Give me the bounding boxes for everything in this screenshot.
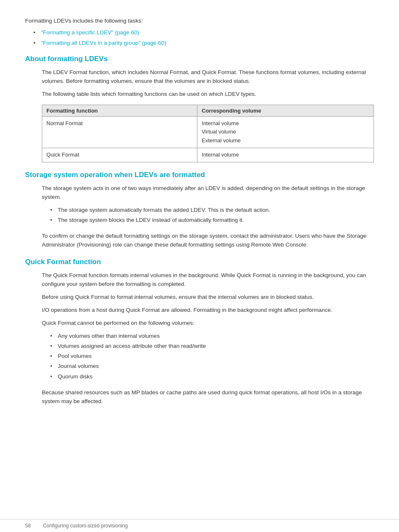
storage-section-body: The storage system acts in one of two wa… [42, 184, 374, 249]
table-row: Normal Format Internal volume Virtual vo… [42, 116, 374, 148]
about-paragraph-2: The following table lists which formatti… [42, 90, 374, 99]
normal-volume-3: External volume [202, 137, 240, 144]
storage-bullet-list: The storage system automatically formats… [50, 206, 374, 225]
quick-format-section: Quick Format function The Quick Format f… [25, 258, 374, 406]
list-item: Pool volumes [50, 352, 374, 360]
footer-spacer [34, 523, 39, 529]
quick-bullet-3: Pool volumes [58, 353, 92, 359]
formatting-table: Formatting function Corresponding volume… [42, 105, 374, 162]
intro-link-list: "Formatting a specific LDEV" (page 60) "… [33, 28, 374, 47]
footer-text: Configuring custom-sized provisioning [43, 523, 128, 529]
storage-bullet-1: The storage system automatically formats… [58, 207, 270, 213]
table-cell-normal-volumes: Internal volume Virtual volume External … [197, 116, 374, 148]
list-item: Any volumes other than internal volumes [50, 332, 374, 340]
quick-bullet-2: Volumes assigned an access attribute oth… [58, 343, 206, 349]
table-cell-normal-format: Normal Format [42, 116, 197, 148]
footer-bar: 58 Configuring custom-sized provisioning [0, 519, 399, 532]
list-item: Volumes assigned an access attribute oth… [50, 342, 374, 350]
list-item: The storage system blocks the LDEV inste… [50, 216, 374, 224]
quick-format-section-body: The Quick Format function formats intern… [42, 271, 374, 406]
intro-link-1[interactable]: "Formatting a specific LDEV" (page 60) [41, 29, 139, 36]
page-container: Formatting LDEVs includes the following … [0, 0, 399, 439]
quick-bullet-4: Journal volumes [58, 363, 99, 369]
list-item: Quorum disks [50, 373, 374, 381]
quick-bullet-1: Any volumes other than internal volumes [58, 333, 160, 339]
storage-bullet-2: The storage system blocks the LDEV inste… [58, 217, 244, 223]
storage-paragraph-1: The storage system acts in one of two wa… [42, 184, 374, 202]
storage-paragraph-after: To confirm or change the default formatt… [42, 232, 374, 249]
intro-link-2[interactable]: "Formatting all LDEVs in a parity group"… [41, 40, 166, 46]
quick-paragraph-after: Because shared resources such as MP blad… [42, 388, 374, 406]
quick-paragraph-1: The Quick Format function formats intern… [42, 271, 374, 289]
normal-volume-2: Virtual volume [202, 129, 236, 135]
quick-bullet-list: Any volumes other than internal volumes … [50, 332, 374, 381]
quick-paragraph-3: I/O operations from a host during Quick … [42, 306, 374, 315]
intro-link-item-2[interactable]: "Formatting all LDEVs in a parity group"… [33, 39, 374, 47]
table-header-row: Formatting function Corresponding volume [42, 105, 374, 116]
footer-page-number: 58 [25, 523, 31, 529]
about-heading: About formatting LDEVs [25, 55, 374, 63]
quick-paragraph-2: Before using Quick Format to format inte… [42, 293, 374, 302]
table-cell-quick-format: Quick Format [42, 148, 197, 162]
table-header-volume: Corresponding volume [197, 105, 374, 116]
table-cell-quick-volumes: Internal volume [197, 148, 374, 162]
intro-link-item-1[interactable]: "Formatting a specific LDEV" (page 60) [33, 28, 374, 37]
normal-volume-1: Internal volume [202, 120, 239, 126]
table-header-function: Formatting function [42, 105, 197, 116]
about-paragraph-1: The LDEV Format function, which includes… [42, 68, 374, 86]
quick-paragraph-4: Quick Format cannot be performed on the … [42, 319, 374, 328]
intro-text: Formatting LDEVs includes the following … [25, 17, 374, 25]
about-section-body: The LDEV Format function, which includes… [42, 68, 374, 162]
storage-section: Storage system operation when LDEVs are … [25, 171, 374, 249]
storage-heading: Storage system operation when LDEVs are … [25, 171, 374, 179]
list-item: Journal volumes [50, 362, 374, 370]
quick-bullet-5: Quorum disks [58, 373, 92, 380]
quick-format-heading: Quick Format function [25, 258, 374, 266]
list-item: The storage system automatically formats… [50, 206, 374, 214]
table-row: Quick Format Internal volume [42, 148, 374, 162]
